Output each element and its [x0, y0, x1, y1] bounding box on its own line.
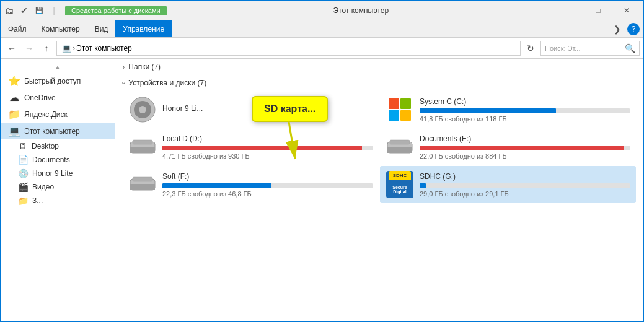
- drive-bar-bg-softf: [162, 183, 373, 188]
- drive-name-sdhcg: SDHC (G:): [420, 172, 630, 181]
- drive-info-docse: Documents (E:) 22,0 ГБ свободно из 884 Г…: [420, 134, 630, 160]
- separator-icon: |: [48, 4, 60, 17]
- check-icon: ✔: [18, 4, 30, 17]
- svg-rect-4: [130, 147, 155, 153]
- sidebar-item-quickaccess[interactable]: ⭐ Быстрый доступ: [1, 72, 115, 89]
- drive-systemc[interactable]: System C (C:) 41,8 ГБ свободно из 118 ГБ: [380, 91, 636, 128]
- svg-rect-10: [130, 184, 155, 190]
- drive-free-systemc: 41,8 ГБ свободно из 118 ГБ: [420, 115, 630, 123]
- path-text: Этот компьютер: [76, 44, 132, 53]
- sidebar-item-documents[interactable]: 📄 Documents: [1, 153, 115, 167]
- sidebar-label-documents: Documents: [32, 155, 70, 164]
- drive-info-sdhcg: SDHC (G:) 29,0 ГБ свободно из 29,1 ГБ: [420, 172, 630, 198]
- main-window: 🗂 ✔ 💾 | Средства работы с дисками Этот к…: [0, 0, 644, 322]
- hdd-icon-docse: [386, 138, 413, 157]
- drive-free-softf: 22,3 ГБ свободно из 46,8 ГБ: [162, 190, 373, 198]
- titlebar-left-icons: 🗂 ✔ 💾 |: [3, 4, 60, 17]
- tools-tab-label: Средства работы с дисками: [71, 7, 161, 14]
- devices-chevron: ›: [120, 82, 127, 84]
- maximize-button[interactable]: □: [584, 1, 612, 20]
- drive-bar-softf: [162, 183, 271, 188]
- drive-bar-bg-systemc: [420, 108, 630, 113]
- sidebar-label-thispc: Этот компьютер: [24, 127, 80, 136]
- phone-drive-icon: [129, 96, 156, 123]
- drive-name-softf: Soft (F:): [162, 172, 373, 181]
- sidebar-label-honor9lite: Honor 9 Lite: [32, 169, 73, 178]
- sidebar-item-onedrive[interactable]: ☁ OneDrive: [1, 89, 115, 106]
- forward-button[interactable]: →: [22, 41, 37, 56]
- sidebar-item-thispc[interactable]: 💻 Этот компьютер: [1, 123, 115, 139]
- desktop-icon: 🖥: [18, 141, 28, 151]
- sidebar-item-yandex[interactable]: 📁 Яндекс.Диск: [1, 106, 115, 123]
- drive-bar-docse: [420, 146, 624, 150]
- devices-section-header[interactable]: › Устройства и диски (7): [115, 75, 643, 91]
- tooltip-overlay: SD карта...: [252, 96, 328, 165]
- sidebar-label-desktop: Desktop: [32, 142, 59, 150]
- sdhc-bottom-label: Secure Digital: [389, 180, 411, 198]
- folder-icon: 🗂: [3, 4, 15, 17]
- folders-section-header[interactable]: › Папки (7): [115, 59, 643, 75]
- docs-icon: 📄: [18, 155, 29, 165]
- menu-view[interactable]: Вид: [87, 20, 116, 37]
- menu-file[interactable]: Файл: [1, 20, 34, 37]
- svg-line-13: [289, 122, 295, 159]
- tooltip-arrow: [252, 122, 301, 165]
- sidebar: ▲ ⭐ Быстрый доступ ☁ OneDrive 📁 Яндекс.Д…: [1, 59, 115, 321]
- drive-locald[interactable]: Local D (D:) 4,71 ГБ свободно из 930 ГБ: [123, 129, 379, 165]
- refresh-button[interactable]: ↻: [523, 41, 538, 56]
- search-box[interactable]: Поиск: Эт... 🔍: [540, 41, 640, 56]
- main-content: ▲ ⭐ Быстрый доступ ☁ OneDrive 📁 Яндекс.Д…: [1, 59, 643, 321]
- close-button[interactable]: ✕: [612, 1, 641, 20]
- svg-rect-7: [387, 147, 412, 153]
- folders-chevron: ›: [123, 64, 125, 71]
- drive-sdhcg[interactable]: SDHC Secure Digital SDHC (G:) 29,0 ГБ св…: [380, 166, 636, 203]
- computer-icon: 💻: [8, 125, 20, 137]
- star-icon: ⭐: [8, 75, 20, 87]
- sidebar-label-video: Видео: [32, 183, 54, 191]
- tooltip-box: SD карта...: [252, 96, 328, 122]
- back-button[interactable]: ←: [4, 41, 19, 56]
- drive-bar-bg-sdhcg: [420, 183, 630, 188]
- sidebar-label-yandex: Яндекс.Диск: [24, 110, 68, 119]
- svg-rect-8: [390, 140, 410, 144]
- hdd-icon-softf: [129, 175, 156, 194]
- minimize-button[interactable]: —: [555, 1, 584, 20]
- sidebar-label-other: З...: [32, 196, 43, 205]
- menu-manage[interactable]: Управление: [115, 20, 172, 37]
- drive-bar-bg-docse: [420, 146, 630, 150]
- windows-drive-icon: [386, 98, 413, 121]
- svg-point-2: [139, 106, 146, 113]
- window-title: Этот компьютер: [167, 6, 555, 15]
- drives-grid: Honor 9 Li... System C (C:): [115, 91, 643, 203]
- folders-section-label: Папки (7): [128, 63, 161, 71]
- sidebar-item-desktop[interactable]: 🖥 Desktop: [1, 139, 115, 153]
- sidebar-item-other[interactable]: 📁 З...: [1, 194, 115, 207]
- phone-icon: 💿: [18, 168, 29, 178]
- menu-computer[interactable]: Компьютер: [34, 20, 87, 37]
- drive-info-systemc: System C (C:) 41,8 ГБ свободно из 118 ГБ: [420, 97, 630, 123]
- sidebar-item-video[interactable]: 🎬 Видео: [1, 180, 115, 194]
- collapse-button[interactable]: ❯: [610, 22, 625, 36]
- drive-softf[interactable]: Soft (F:) 22,3 ГБ свободно из 46,8 ГБ: [123, 166, 379, 203]
- search-icon: 🔍: [625, 43, 635, 53]
- yandex-icon: 📁: [8, 108, 20, 120]
- drive-honor9lite[interactable]: Honor 9 Li...: [123, 91, 379, 128]
- hdd-icon-locald: [129, 138, 156, 157]
- sdhc-top-label: SDHC: [389, 171, 411, 180]
- video-icon: 🎬: [18, 182, 29, 192]
- content-area: › Папки (7) › Устройства и диски (7): [115, 59, 643, 321]
- up-button[interactable]: ↑: [39, 41, 54, 56]
- address-box[interactable]: 💻 › Этот компьютер: [56, 41, 521, 56]
- devices-section-label: Устройства и диски (7): [128, 79, 206, 87]
- search-placeholder: Поиск: Эт...: [545, 45, 622, 52]
- path-separator: ›: [73, 44, 75, 53]
- drive-bar-systemc: [420, 108, 556, 113]
- sidebar-item-honor9lite[interactable]: 💿 Honor 9 Lite: [1, 167, 115, 180]
- save-icon: 💾: [33, 4, 45, 17]
- sidebar-scroll-up[interactable]: ▲: [1, 61, 115, 72]
- computer-icon: 💻: [62, 44, 71, 53]
- help-button[interactable]: ?: [627, 23, 640, 35]
- svg-rect-5: [133, 140, 152, 144]
- tools-tab[interactable]: Средства работы с дисками: [65, 6, 167, 15]
- drive-docse[interactable]: Documents (E:) 22,0 ГБ свободно из 884 Г…: [380, 129, 636, 165]
